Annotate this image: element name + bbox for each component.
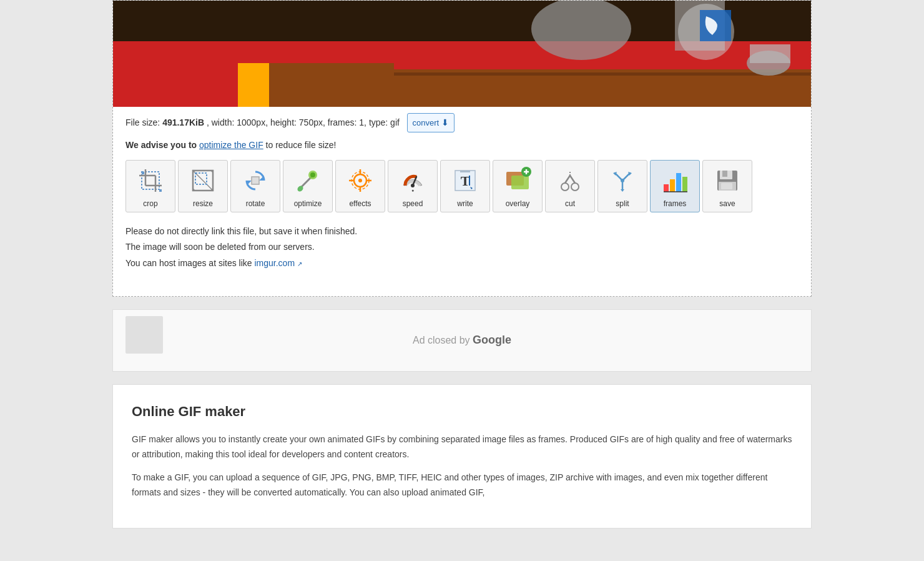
svg-rect-46 bbox=[469, 176, 470, 186]
file-size-value: 491.17KiB bbox=[162, 117, 204, 127]
frames-icon bbox=[659, 164, 691, 197]
optimize-line: We advise you to optimize the GIF to red… bbox=[113, 139, 811, 155]
svg-rect-12 bbox=[269, 63, 394, 107]
body-paragraph-1: GIF maker allows you to instantly create… bbox=[132, 432, 792, 462]
bottom-section: Online GIF maker GIF maker allows you to… bbox=[112, 384, 812, 529]
svg-point-35 bbox=[358, 179, 362, 182]
svg-rect-13 bbox=[142, 172, 159, 189]
svg-marker-28 bbox=[247, 181, 252, 186]
svg-point-55 bbox=[571, 183, 579, 191]
svg-line-56 bbox=[565, 176, 570, 183]
tool-crop[interactable]: crop bbox=[125, 160, 175, 212]
tools-toolbar: crop resize bbox=[113, 155, 811, 217]
svg-line-57 bbox=[570, 176, 575, 183]
effects-icon bbox=[344, 164, 376, 197]
svg-rect-70 bbox=[722, 171, 727, 177]
svg-rect-72 bbox=[721, 183, 732, 189]
svg-rect-66 bbox=[682, 177, 687, 192]
file-info-bar: File size: 491.17KiB , width: 1000px, he… bbox=[113, 107, 811, 139]
section-body: GIF maker allows you to instantly create… bbox=[132, 432, 792, 500]
optimize-icon bbox=[292, 164, 324, 197]
ad-closed-box bbox=[125, 316, 163, 354]
notice-area: Please do not directly link this file, b… bbox=[113, 217, 811, 284]
tool-save[interactable]: save bbox=[702, 160, 752, 212]
write-icon: T bbox=[449, 164, 481, 197]
svg-marker-27 bbox=[259, 176, 264, 181]
tool-effects[interactable]: effects bbox=[335, 160, 385, 212]
download-icon: ⬇ bbox=[441, 115, 449, 131]
notice-line-3: You can host images at sites like imgur.… bbox=[125, 256, 799, 271]
tool-frames[interactable]: frames bbox=[650, 160, 700, 212]
ad-closed-text: Ad closed by Google bbox=[413, 334, 511, 347]
resize-label: resize bbox=[193, 199, 213, 208]
crop-label: crop bbox=[143, 199, 157, 208]
notice-line-2: The image will soon be deleted from our … bbox=[125, 239, 799, 255]
save-icon bbox=[711, 164, 744, 197]
overlay-icon bbox=[501, 164, 534, 197]
image-section: File size: 491.17KiB , width: 1000px, he… bbox=[112, 0, 812, 297]
svg-rect-47 bbox=[460, 171, 470, 172]
convert-button[interactable]: convert ⬇ bbox=[407, 113, 455, 132]
resize-icon bbox=[187, 164, 219, 197]
tool-write[interactable]: T write bbox=[440, 160, 490, 212]
page-wrapper: File size: 491.17KiB , width: 1000px, he… bbox=[0, 0, 924, 529]
speed-label: speed bbox=[403, 199, 423, 208]
section-title: Online GIF maker bbox=[132, 404, 792, 420]
svg-point-62 bbox=[621, 179, 624, 182]
svg-marker-18 bbox=[142, 172, 144, 174]
file-size-label: File size: bbox=[125, 117, 160, 127]
split-label: split bbox=[616, 199, 629, 208]
tool-cut[interactable]: cut bbox=[545, 160, 595, 212]
crop-icon bbox=[134, 164, 167, 197]
body-paragraph-2: To make a GIF, you can upload a sequence… bbox=[132, 470, 792, 500]
split-icon bbox=[606, 164, 639, 197]
gif-preview bbox=[113, 1, 811, 107]
svg-point-54 bbox=[561, 183, 569, 191]
ad-google-brand: Google bbox=[473, 334, 511, 346]
speed-icon: ● bbox=[396, 164, 429, 197]
optimize-label: optimize bbox=[294, 199, 322, 208]
svg-text:●: ● bbox=[411, 188, 414, 192]
svg-marker-19 bbox=[159, 189, 162, 192]
svg-rect-11 bbox=[238, 63, 269, 107]
svg-rect-50 bbox=[511, 176, 529, 189]
overlay-label: overlay bbox=[506, 199, 530, 208]
svg-rect-64 bbox=[670, 179, 675, 192]
svg-point-42 bbox=[411, 184, 415, 187]
ad-section: Ad closed by Google bbox=[112, 309, 812, 372]
tool-optimize[interactable]: optimize bbox=[283, 160, 333, 212]
svg-point-33 bbox=[310, 172, 315, 177]
tool-resize[interactable]: resize bbox=[178, 160, 228, 212]
tool-split[interactable]: split bbox=[597, 160, 647, 212]
svg-rect-29 bbox=[252, 177, 259, 184]
tool-rotate[interactable]: rotate bbox=[230, 160, 280, 212]
svg-rect-9 bbox=[750, 44, 790, 63]
cut-icon bbox=[554, 164, 586, 197]
imgur-link[interactable]: imgur.com ↗ bbox=[255, 258, 302, 268]
optimize-suffix: to reduce file size! bbox=[263, 140, 337, 150]
save-label: save bbox=[719, 199, 735, 208]
cut-label: cut bbox=[565, 199, 575, 208]
notice-line-1: Please do not directly link this file, b… bbox=[125, 224, 799, 239]
frames-label: frames bbox=[664, 199, 687, 208]
svg-marker-22 bbox=[210, 171, 213, 173]
tool-overlay[interactable]: overlay bbox=[493, 160, 543, 212]
tool-speed[interactable]: ● speed bbox=[388, 160, 438, 212]
write-label: write bbox=[457, 199, 473, 208]
optimize-prefix: We advise you to bbox=[125, 140, 199, 150]
effects-label: effects bbox=[349, 199, 371, 208]
svg-text:T: T bbox=[461, 173, 470, 189]
svg-marker-23 bbox=[193, 188, 195, 191]
external-link-icon: ↗ bbox=[297, 261, 302, 267]
rotate-label: rotate bbox=[246, 199, 265, 208]
svg-rect-10 bbox=[113, 63, 238, 107]
svg-marker-61 bbox=[621, 189, 624, 192]
convert-label: convert bbox=[413, 116, 440, 130]
svg-rect-65 bbox=[676, 173, 681, 192]
file-details: , width: 1000px, height: 750px, frames: … bbox=[207, 117, 400, 127]
svg-rect-63 bbox=[664, 184, 669, 192]
rotate-icon bbox=[239, 164, 272, 197]
optimize-gif-link[interactable]: optimize the GIF bbox=[199, 140, 263, 150]
